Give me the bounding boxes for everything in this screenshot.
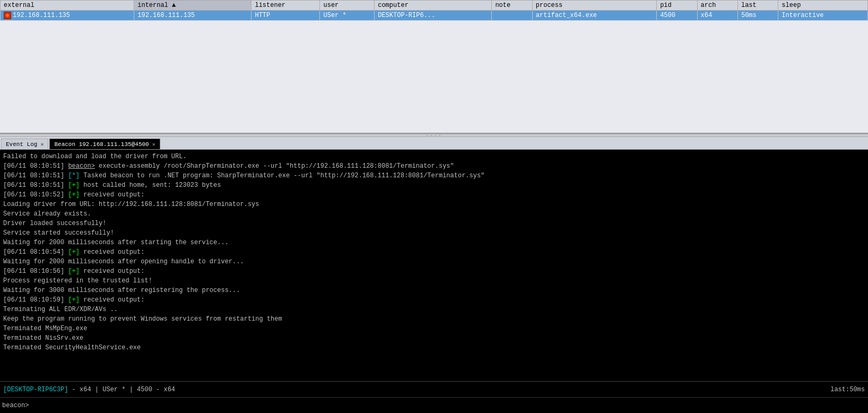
console-line: [06/11 08:10:56] [+] received output: bbox=[3, 266, 865, 276]
beacon-status-icon bbox=[4, 12, 11, 19]
console-line: Terminated SecurityHealthService.exe bbox=[3, 343, 865, 352]
console-line: Process registered in the trusted list! bbox=[3, 276, 865, 286]
tab-beacon-label: Beacon 192.168.111.135@4500 bbox=[54, 141, 149, 148]
console-line: Loading driver from URL: http://192.168.… bbox=[3, 200, 865, 209]
col-last[interactable]: last bbox=[737, 1, 778, 11]
col-arch[interactable]: arch bbox=[697, 1, 737, 11]
cell-last: 50ms bbox=[737, 11, 778, 21]
console-line: [06/11 08:10:52] [+] received output: bbox=[3, 190, 865, 200]
status-last: last:50ms bbox=[830, 386, 865, 393]
col-process[interactable]: process bbox=[532, 1, 656, 11]
console-line: Waiting for 2000 milliseconds after open… bbox=[3, 257, 865, 266]
table-header-row: external internal ▲ listener user comput… bbox=[1, 1, 868, 11]
cell-process: artifact_x64.exe bbox=[532, 11, 656, 21]
beacon-table: external internal ▲ listener user comput… bbox=[0, 0, 868, 21]
console-line: Keep the program running to prevent Wind… bbox=[3, 314, 865, 324]
cell-arch: x64 bbox=[697, 11, 737, 21]
tab-event-log-label: Event Log bbox=[6, 141, 37, 148]
console-line: [06/11 08:10:59] [+] received output: bbox=[3, 295, 865, 305]
cell-note bbox=[492, 11, 532, 21]
cell-computer: DESKTOP-RIP6... bbox=[375, 11, 492, 21]
cell-sleep: Interactive bbox=[778, 11, 868, 21]
console-line: Waiting for 3000 milliseconds after regi… bbox=[3, 286, 865, 295]
tab-event-log-close[interactable]: ✕ bbox=[40, 141, 44, 148]
col-external[interactable]: external bbox=[1, 1, 134, 11]
input-bar: beacon> bbox=[0, 397, 868, 413]
console-line: [06/11 08:10:54] [+] received output: bbox=[3, 247, 865, 257]
tab-event-log[interactable]: Event Log ✕ bbox=[1, 139, 48, 149]
col-internal[interactable]: internal ▲ bbox=[134, 1, 251, 11]
col-note[interactable]: note bbox=[492, 1, 532, 11]
console-output[interactable]: Failed to download and load the driver f… bbox=[0, 150, 868, 381]
cell-external: 192.168.111.135 bbox=[1, 11, 134, 21]
col-listener[interactable]: listener bbox=[251, 1, 320, 11]
col-user[interactable]: user bbox=[320, 1, 375, 11]
beacon-table-area: external internal ▲ listener user comput… bbox=[0, 0, 868, 134]
tabs-bar: Event Log ✕ Beacon 192.168.111.135@4500 … bbox=[0, 137, 868, 150]
console-line: Terminated NisSrv.exe bbox=[3, 333, 865, 343]
cell-user: USer * bbox=[320, 11, 375, 21]
console-line: Service started successfully! bbox=[3, 228, 865, 238]
console-line: Service already exists. bbox=[3, 209, 865, 219]
table-row[interactable]: 192.168.111.135 192.168.111.135 HTTP USe… bbox=[1, 11, 868, 21]
col-sleep[interactable]: sleep bbox=[778, 1, 868, 11]
console-line: [06/11 08:10:51] [*] Tasked beacon to ru… bbox=[3, 171, 865, 180]
tab-beacon[interactable]: Beacon 192.168.111.135@4500 ✕ bbox=[49, 139, 160, 149]
input-prompt: beacon> bbox=[2, 402, 29, 409]
status-details: - x64 | USer * | 4500 - x64 bbox=[68, 386, 175, 393]
console-line: [06/11 08:10:51] beacon> execute-assembl… bbox=[3, 161, 865, 171]
cell-pid: 4500 bbox=[657, 11, 697, 21]
bottom-section: Event Log ✕ Beacon 192.168.111.135@4500 … bbox=[0, 137, 868, 413]
console-line: Failed to download and load the driver f… bbox=[3, 152, 865, 161]
col-pid[interactable]: pid bbox=[657, 1, 697, 11]
status-right: last:50ms bbox=[830, 386, 865, 393]
console-line: [06/11 08:10:51] [+] host called home, s… bbox=[3, 180, 865, 190]
status-bar: [DESKTOP-RIP6C3P] - x64 | USer * | 4500 … bbox=[0, 381, 868, 397]
command-input[interactable] bbox=[31, 402, 866, 409]
col-computer[interactable]: computer bbox=[375, 1, 492, 11]
console-line: Terminated MsMpEng.exe bbox=[3, 324, 865, 333]
console-line: Waiting for 2000 milliseconds after star… bbox=[3, 238, 865, 247]
tab-beacon-close[interactable]: ✕ bbox=[152, 141, 155, 148]
console-line: Driver loaded successfully! bbox=[3, 219, 865, 228]
cell-listener: HTTP bbox=[251, 11, 320, 21]
console-line: Terminating ALL EDR/XDR/AVs .. bbox=[3, 305, 865, 314]
cell-internal: 192.168.111.135 bbox=[134, 11, 251, 21]
status-host: [DESKTOP-RIP6C3P] bbox=[3, 386, 68, 393]
status-left: [DESKTOP-RIP6C3P] - x64 | USer * | 4500 … bbox=[3, 386, 830, 393]
